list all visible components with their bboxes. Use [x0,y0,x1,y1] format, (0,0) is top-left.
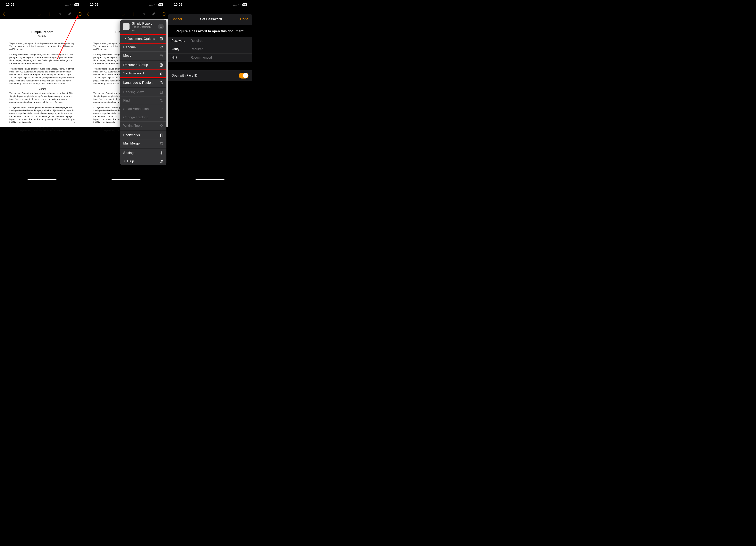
cancel-button[interactable]: Cancel [172,17,182,21]
faceid-row: Open with Face ID [168,70,252,81]
options-menu: Simple Report Pages Document · 2... Docu… [120,20,166,166]
status-right: .... 58 [65,3,79,6]
toolbar [84,9,168,19]
more-button[interactable] [77,12,82,16]
modal-instruction: Require a password to open this document… [168,25,252,37]
doc-pull-quote: “This is an example of a pull quote (a k… [9,126,75,132]
undo-button[interactable] [57,12,62,16]
back-button[interactable] [86,12,91,16]
verify-label: Verify [172,47,191,51]
annotation-icon [159,107,163,111]
search-icon [159,99,163,103]
status-right: .... 58 [149,3,163,6]
modal-body: Require a password to open this document… [168,25,252,81]
more-button[interactable] [161,12,166,16]
add-button[interactable] [131,12,136,16]
gear-icon [159,151,163,155]
menu-mail-merge[interactable]: Mail Merge [120,140,166,148]
password-row[interactable]: Password Required [168,37,252,45]
menu-doc-subtitle: Pages Document · 2... [132,25,155,31]
footer-left: Footer [93,121,99,123]
doc-title: Simple Report [9,30,75,34]
share-button[interactable] [121,12,125,16]
modal-header: Cancel Set Password Done [168,14,252,25]
doc-heading: Heading [9,88,75,91]
document-icon [159,63,163,67]
toggle-knob [243,73,248,78]
menu-move[interactable]: Move [120,52,166,60]
menu-reading-view[interactable]: Reading View [120,88,166,97]
format-button[interactable] [67,12,72,16]
pencil-icon [159,45,163,49]
lock-icon [159,72,163,75]
menu-doc-title: Simple Report [132,22,155,25]
undo-button[interactable] [141,12,146,16]
doc-paragraph: It's easy to edit text, change fonts, an… [9,53,75,65]
cellular-icon: .... [149,3,153,6]
status-time: 10:05 [6,3,14,7]
password-field[interactable]: Required [191,39,203,43]
question-icon [159,159,163,163]
doc-paragraph: To get started, just tap or click this p… [9,42,75,51]
share-button[interactable] [37,12,41,16]
chevron-down-icon [123,37,126,40]
cellular-icon: .... [233,3,237,6]
document-thumbnail [123,23,130,30]
toolbar [0,9,84,19]
screenshot-panel-2: 10:05 .... 58 Simple Report Subtitle To … [84,0,168,182]
menu-help[interactable]: Help [120,157,166,166]
menu-document-setup[interactable]: Document Setup [120,61,166,69]
status-bar: 10:05 .... 58 [84,0,168,9]
format-button[interactable] [151,12,156,16]
menu-change-tracking[interactable]: Change Tracking [120,113,166,122]
faceid-label: Open with Face ID [172,74,197,77]
menu-language-region[interactable]: Language & Region [120,79,166,87]
verify-field[interactable]: Required [191,47,203,51]
verify-row[interactable]: Verify Required [168,45,252,54]
screenshot-panel-3: 10:05 .... 58 Cancel Set Password Done R… [168,0,252,182]
document-page[interactable]: Simple Report Subtitle To get started, j… [0,19,84,127]
doc-subtitle: Subtitle [9,35,75,38]
doc-paragraph: To add photos, image galleries, audio cl… [9,67,75,85]
doc-paragraph: You can use Pages for both word processi… [9,92,75,104]
menu-smart-annotation[interactable]: Smart Annotation [120,105,166,113]
document-icon [159,37,163,41]
bookmark-icon [159,133,163,137]
menu-find[interactable]: Find [120,97,166,105]
home-indicator[interactable] [112,179,140,180]
hint-field[interactable]: Recommended [191,56,212,59]
hint-label: Hint [172,56,191,59]
menu-header: Simple Report Pages Document · 2... [120,20,166,34]
back-button[interactable] [2,12,7,16]
menu-rename[interactable]: Rename [120,43,166,52]
add-button[interactable] [47,12,52,16]
status-time: 10:05 [174,3,182,7]
footer-page-number: 1 [73,121,75,123]
modal-title: Set Password [200,17,222,21]
home-indicator[interactable] [28,179,56,180]
password-label: Password [172,39,191,43]
sparkle-icon [159,124,163,128]
battery-badge: 58 [74,3,79,6]
menu-document-options[interactable]: Document Options [120,35,166,43]
status-time: 10:05 [90,3,98,7]
doc-footer: Footer 1 [9,121,75,123]
card-icon [159,142,163,146]
hint-row[interactable]: Hint Recommended [168,54,252,62]
wifi-icon [154,4,157,6]
menu-settings[interactable]: Settings [120,149,166,157]
wifi-icon [238,4,241,6]
status-bar: 10:05 .... 58 [0,0,84,9]
strikethrough-icon [159,115,163,119]
done-button[interactable]: Done [240,17,248,21]
menu-writing-tools[interactable]: Writing Tools [120,122,166,130]
faceid-toggle[interactable] [239,73,248,79]
menu-set-password[interactable]: Set Password [120,69,166,78]
menu-bookmarks[interactable]: Bookmarks [120,131,166,140]
footer-left: Footer [9,121,15,123]
home-indicator[interactable] [196,179,224,180]
reading-icon [159,90,163,94]
screenshot-panel-1: 10:05 .... 58 Simple Report Subtitle To … [0,0,84,182]
folder-icon [159,54,163,58]
menu-share-button[interactable] [158,24,164,30]
